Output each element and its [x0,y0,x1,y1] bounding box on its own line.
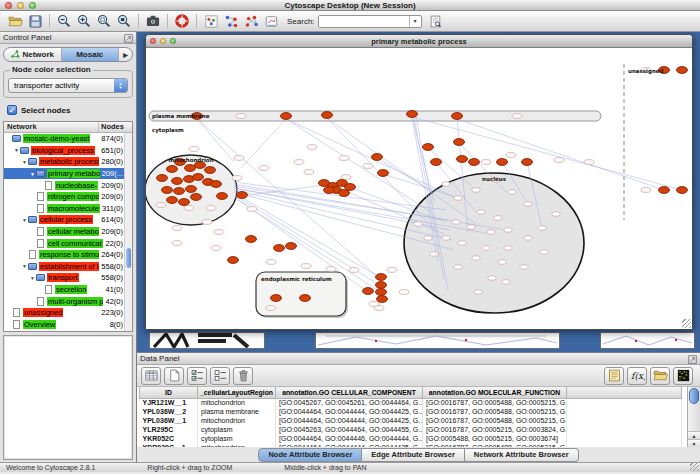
table-cell[interactable]: [GO:0044464, GO:0044444, GO:0044425, G..… [276,416,423,425]
tree-row-nucleobase-[interactable]: nucleobase-209(0) [4,179,132,191]
tree-row-mosaic-demo-yeast[interactable]: mosaic-demo-yeast874(0) [4,133,132,145]
tree-scrollbar[interactable] [124,133,132,331]
tree-row-nitrogen-compo[interactable]: nitrogen compo209(0) [4,191,132,203]
search-config-icon[interactable] [426,12,446,30]
network-graph[interactable]: plasma membranecytoplasmmitochondrionnuc… [146,48,692,329]
expand-arrow-icon[interactable]: ▼ [21,217,28,223]
scroll-down-icon[interactable]: ▼ [688,439,700,447]
window-resize-grip[interactable] [682,319,691,328]
table-row[interactable]: YPL036W__2plasma membrane[GO:0044464, GO… [140,407,682,416]
tree-row-unassigned[interactable]: unassigned223(0) [4,307,132,319]
tree-row-cellular-metabo[interactable]: cellular metabo209(0) [4,226,132,238]
table-cell[interactable]: [GO:0044464, GO:0044444, GO:0044425, G..… [276,407,423,416]
tree-row-primary-metabo[interactable]: ▼primary metabo209(... [4,168,132,180]
function-builder-icon[interactable]: f(x) [627,367,647,385]
table-cell[interactable]: [GO:0044464, GO:0044444, GO:0044425, G..… [276,443,423,447]
import-attributes-icon[interactable] [650,367,670,385]
table-cell[interactable]: [GO:0016787, GO:0005488, GO:0005215, G..… [423,416,567,425]
column-header[interactable]: _cellularLayoutRegion [198,387,276,398]
table-cell[interactable]: YKR052C [140,434,198,443]
table-cell[interactable]: YLR295C [140,425,198,434]
zoom-in-icon[interactable] [74,12,94,30]
expand-arrow-icon[interactable]: ▼ [21,263,28,269]
tree-scroll-thumb[interactable] [126,248,131,268]
layout-blue-icon[interactable] [221,12,241,30]
tree-row-secretion[interactable]: secretion41(0) [4,284,132,296]
expand-arrow-icon[interactable]: ▼ [29,171,36,177]
column-header[interactable]: annotation.GO MOLECULAR_FUNCTION [423,387,567,398]
tree-row-macromolecule[interactable]: macromolecule311(0) [4,203,132,215]
new-attribute-icon[interactable] [164,367,184,385]
network-canvas[interactable]: plasma membranecytoplasmmitochondrionnuc… [146,48,692,329]
table-scrollbar[interactable]: ▲ ▼ [687,387,700,447]
tree-row-response-to-stimulu[interactable]: response to stimulu264(0) [4,249,132,261]
expand-arrow-icon[interactable]: ▼ [29,275,36,281]
table-cell[interactable]: [GO:0016787, GO:0005488, GO:0005215, G..… [423,443,567,447]
tree-row-transport[interactable]: ▼transport558(0) [4,272,132,284]
table-row[interactable]: YDR039C__1mitochondrion[GO:0044464, GO:0… [140,443,682,447]
annotation-icon[interactable] [261,12,281,30]
snapshot-icon[interactable] [143,12,163,30]
float-panel-icon[interactable] [124,29,133,47]
table-cell[interactable]: cytoplasm [198,425,276,434]
table-cell[interactable]: YPL036W__1 [140,416,198,425]
unselect-attributes-icon[interactable] [210,367,230,385]
table-cell[interactable]: YJR121W__1 [140,398,198,407]
tab-network[interactable]: Network [4,48,62,61]
scroll-up-icon[interactable]: ▲ [688,431,700,439]
background-window[interactable] [315,332,560,349]
tree-column-network[interactable]: Network [4,122,98,132]
select-nodes-checkbox[interactable]: ✓ [7,105,17,115]
notes-icon[interactable] [604,367,624,385]
table-cell[interactable]: [GO:0016787, GO:0005488, GO:0005215, G..… [423,407,567,416]
help-icon[interactable] [172,12,192,30]
search-dropdown-icon[interactable]: ▾ [409,16,421,27]
tree-row-cell-communicat[interactable]: cell communicat22(0) [4,237,132,249]
table-row[interactable]: YLR295Ccytoplasm[GO:0045263, GO:0044464,… [140,425,682,434]
open-icon[interactable] [5,12,25,30]
table-cell[interactable]: YDR039C__1 [140,443,198,447]
table-cell[interactable]: mitochondrion [198,398,276,407]
table-cell[interactable]: [GO:0045267, GO:0045261, GO:0044464, G..… [276,398,423,407]
column-header[interactable]: annotation.GO CELLULAR_COMPONENT [276,387,423,398]
app-resize-grip[interactable] [690,462,699,471]
column-header[interactable]: ID [140,387,198,398]
table-row[interactable]: YJR121W__1mitochondrion[GO:0045267, GO:0… [140,398,682,407]
heatmap-icon[interactable] [673,367,693,385]
table-row[interactable]: YPL036W__1mitochondrion[GO:0044464, GO:0… [140,416,682,425]
tab-mosaic[interactable]: Mosaic [62,48,120,61]
table-cell[interactable]: [GO:0016787, GO:0005488, GO:0005215, G..… [423,398,567,407]
expand-arrow-icon[interactable]: ▼ [21,159,28,165]
tab-network-attribute-browser[interactable]: Network Attribute Browser [465,448,579,462]
layout-red-icon[interactable] [241,12,261,30]
table-cell[interactable]: [GO:0005488, GO:0005215, GO:0003674] [423,434,567,443]
tree-row-multi-organism-pro[interactable]: multi-organism pro42(0) [4,295,132,307]
table-cell[interactable]: mitochondrion [198,443,276,447]
table-row[interactable]: YKR052Ccytoplasm[GO:0044464, GO:0044446,… [140,434,682,443]
tree-column-nodes[interactable]: Nodes [98,122,132,132]
delete-attribute-icon[interactable] [233,367,253,385]
tree-row-overview[interactable]: Overview8(0) [4,319,132,331]
table-cell[interactable]: [GO:0044464, GO:0044446, GO:0044444, G..… [276,434,423,443]
table-cell[interactable]: cytoplasm [198,434,276,443]
network-window-titlebar[interactable]: primary metabolic process [146,35,692,48]
table-cell[interactable]: YPL036W__2 [140,407,198,416]
table-cell[interactable]: plasma membrane [198,407,276,416]
tree-row-cellular-process[interactable]: ▼cellular process614(0) [4,214,132,226]
select-attributes-icon[interactable] [187,367,207,385]
app-titlebar[interactable]: Cytoscape Desktop (New Session) [0,0,700,11]
node-color-dropdown[interactable]: transporter activity ▲▼ [8,78,128,93]
save-icon[interactable] [25,12,45,30]
tree-row-biological-process[interactable]: ▼biological_process651(0) [4,145,132,157]
tab-edge-attribute-browser[interactable]: Edge Attribute Browser [362,448,464,462]
tree-row-establishment-of-lo[interactable]: ▼establishment of lo558(0) [4,261,132,273]
zoom-out-icon[interactable] [54,12,74,30]
table-cell[interactable]: [GO:0016787, GO:0005215, GO:0003824, G..… [423,425,567,434]
background-window[interactable] [600,332,695,349]
tab-node-attribute-browser[interactable]: Node Attribute Browser [258,448,362,462]
search-input[interactable] [319,16,409,27]
table-scroll-thumb[interactable] [689,388,699,404]
tab-overflow-icon[interactable]: ▶ [119,48,132,61]
zoom-selected-icon[interactable] [94,12,114,30]
network-view-window[interactable]: primary metabolic process plasma membran… [145,34,693,330]
